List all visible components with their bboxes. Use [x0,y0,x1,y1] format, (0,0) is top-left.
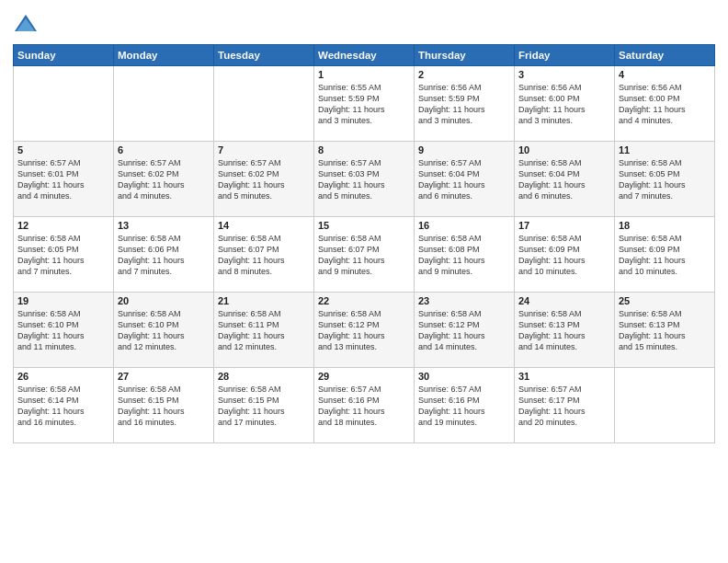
day-number: 15 [318,220,410,231]
col-header-friday: Friday [515,45,615,66]
day-detail: Sunrise: 6:58 AM Sunset: 6:07 PM Dayligh… [218,233,310,278]
day-detail: Sunrise: 6:58 AM Sunset: 6:12 PM Dayligh… [318,308,410,353]
day-number: 13 [118,220,210,231]
day-detail: Sunrise: 6:58 AM Sunset: 6:13 PM Dayligh… [518,308,610,353]
day-detail: Sunrise: 6:56 AM Sunset: 5:59 PM Dayligh… [418,82,510,127]
day-number: 2 [418,69,510,80]
calendar-cell: 28Sunrise: 6:58 AM Sunset: 6:15 PM Dayli… [214,368,314,443]
day-detail: Sunrise: 6:58 AM Sunset: 6:15 PM Dayligh… [218,384,310,429]
day-detail: Sunrise: 6:58 AM Sunset: 6:04 PM Dayligh… [518,157,610,202]
calendar-cell: 18Sunrise: 6:58 AM Sunset: 6:09 PM Dayli… [615,217,715,293]
calendar-cell: 1Sunrise: 6:55 AM Sunset: 5:59 PM Daylig… [314,66,415,142]
day-detail: Sunrise: 6:57 AM Sunset: 6:02 PM Dayligh… [118,157,210,202]
day-number: 20 [118,295,210,306]
day-number: 8 [318,144,410,155]
day-number: 27 [118,371,210,382]
calendar-cell [14,66,114,142]
calendar-cell: 23Sunrise: 6:58 AM Sunset: 6:12 PM Dayli… [415,293,515,368]
day-number: 14 [218,220,310,231]
calendar-cell: 14Sunrise: 6:58 AM Sunset: 6:07 PM Dayli… [214,217,314,293]
calendar-cell: 5Sunrise: 6:57 AM Sunset: 6:01 PM Daylig… [14,142,114,217]
day-number: 6 [118,144,210,155]
day-detail: Sunrise: 6:57 AM Sunset: 6:16 PM Dayligh… [318,384,410,429]
col-header-sunday: Sunday [14,45,114,66]
col-header-saturday: Saturday [615,45,715,66]
calendar-cell: 22Sunrise: 6:58 AM Sunset: 6:12 PM Dayli… [314,293,415,368]
day-detail: Sunrise: 6:58 AM Sunset: 6:11 PM Dayligh… [218,308,310,353]
day-number: 29 [318,371,410,382]
day-number: 25 [619,295,711,306]
day-detail: Sunrise: 6:56 AM Sunset: 6:00 PM Dayligh… [518,82,610,127]
day-number: 28 [218,371,310,382]
col-header-tuesday: Tuesday [214,45,314,66]
calendar-cell: 29Sunrise: 6:57 AM Sunset: 6:16 PM Dayli… [314,368,415,443]
calendar-cell: 7Sunrise: 6:57 AM Sunset: 6:02 PM Daylig… [214,142,314,217]
day-detail: Sunrise: 6:55 AM Sunset: 5:59 PM Dayligh… [318,82,410,127]
calendar-cell: 16Sunrise: 6:58 AM Sunset: 6:08 PM Dayli… [415,217,515,293]
calendar-cell: 10Sunrise: 6:58 AM Sunset: 6:04 PM Dayli… [515,142,615,217]
day-number: 31 [518,371,610,382]
calendar-cell: 11Sunrise: 6:58 AM Sunset: 6:05 PM Dayli… [615,142,715,217]
day-number: 16 [418,220,510,231]
calendar-cell: 6Sunrise: 6:57 AM Sunset: 6:02 PM Daylig… [114,142,214,217]
day-detail: Sunrise: 6:57 AM Sunset: 6:02 PM Dayligh… [218,157,310,202]
day-detail: Sunrise: 6:58 AM Sunset: 6:05 PM Dayligh… [619,157,711,202]
day-detail: Sunrise: 6:58 AM Sunset: 6:09 PM Dayligh… [518,233,610,278]
page: SundayMondayTuesdayWednesdayThursdayFrid… [0,0,728,563]
calendar-cell: 8Sunrise: 6:57 AM Sunset: 6:03 PM Daylig… [314,142,415,217]
day-number: 5 [17,144,109,155]
calendar-cell [114,66,214,142]
day-detail: Sunrise: 6:58 AM Sunset: 6:09 PM Dayligh… [619,233,711,278]
day-number: 18 [619,220,711,231]
day-number: 26 [17,371,109,382]
calendar-cell: 9Sunrise: 6:57 AM Sunset: 6:04 PM Daylig… [415,142,515,217]
day-detail: Sunrise: 6:58 AM Sunset: 6:10 PM Dayligh… [118,308,210,353]
day-detail: Sunrise: 6:57 AM Sunset: 6:03 PM Dayligh… [318,157,410,202]
day-detail: Sunrise: 6:57 AM Sunset: 6:04 PM Dayligh… [418,157,510,202]
day-number: 3 [518,69,610,80]
day-number: 17 [518,220,610,231]
day-number: 11 [619,144,711,155]
day-number: 1 [318,69,410,80]
calendar-cell: 12Sunrise: 6:58 AM Sunset: 6:05 PM Dayli… [14,217,114,293]
day-number: 21 [218,295,310,306]
day-number: 30 [418,371,510,382]
calendar-cell: 30Sunrise: 6:57 AM Sunset: 6:16 PM Dayli… [415,368,515,443]
day-detail: Sunrise: 6:58 AM Sunset: 6:14 PM Dayligh… [17,384,109,429]
day-detail: Sunrise: 6:58 AM Sunset: 6:05 PM Dayligh… [17,233,109,278]
day-number: 12 [17,220,109,231]
calendar-cell: 26Sunrise: 6:58 AM Sunset: 6:14 PM Dayli… [14,368,114,443]
day-detail: Sunrise: 6:58 AM Sunset: 6:07 PM Dayligh… [318,233,410,278]
day-number: 22 [318,295,410,306]
calendar-cell: 24Sunrise: 6:58 AM Sunset: 6:13 PM Dayli… [515,293,615,368]
col-header-monday: Monday [114,45,214,66]
col-header-wednesday: Wednesday [314,45,415,66]
calendar-cell: 17Sunrise: 6:58 AM Sunset: 6:09 PM Dayli… [515,217,615,293]
calendar-cell [214,66,314,142]
calendar-cell: 4Sunrise: 6:56 AM Sunset: 6:00 PM Daylig… [615,66,715,142]
calendar-week-2: 5Sunrise: 6:57 AM Sunset: 6:01 PM Daylig… [14,142,715,217]
day-number: 9 [418,144,510,155]
day-number: 24 [518,295,610,306]
calendar-cell: 15Sunrise: 6:58 AM Sunset: 6:07 PM Dayli… [314,217,415,293]
calendar-week-3: 12Sunrise: 6:58 AM Sunset: 6:05 PM Dayli… [14,217,715,293]
logo [13,11,42,37]
day-number: 10 [518,144,610,155]
calendar-week-1: 1Sunrise: 6:55 AM Sunset: 5:59 PM Daylig… [14,66,715,142]
col-header-thursday: Thursday [415,45,515,66]
calendar-cell: 25Sunrise: 6:58 AM Sunset: 6:13 PM Dayli… [615,293,715,368]
day-detail: Sunrise: 6:57 AM Sunset: 6:01 PM Dayligh… [17,157,109,202]
day-number: 23 [418,295,510,306]
calendar-cell: 21Sunrise: 6:58 AM Sunset: 6:11 PM Dayli… [214,293,314,368]
calendar-cell: 27Sunrise: 6:58 AM Sunset: 6:15 PM Dayli… [114,368,214,443]
day-detail: Sunrise: 6:57 AM Sunset: 6:17 PM Dayligh… [518,384,610,429]
calendar-cell [615,368,715,443]
header [13,11,715,37]
calendar-cell: 13Sunrise: 6:58 AM Sunset: 6:06 PM Dayli… [114,217,214,293]
day-number: 7 [218,144,310,155]
calendar-cell: 2Sunrise: 6:56 AM Sunset: 5:59 PM Daylig… [415,66,515,142]
day-detail: Sunrise: 6:58 AM Sunset: 6:06 PM Dayligh… [118,233,210,278]
day-number: 4 [619,69,711,80]
calendar-cell: 31Sunrise: 6:57 AM Sunset: 6:17 PM Dayli… [515,368,615,443]
day-detail: Sunrise: 6:56 AM Sunset: 6:00 PM Dayligh… [619,82,711,127]
